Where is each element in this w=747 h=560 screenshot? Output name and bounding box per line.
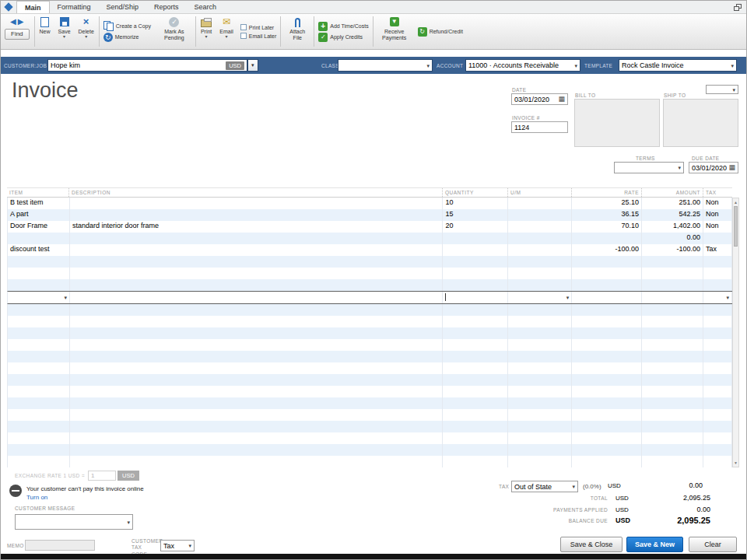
chevron-down-icon[interactable]: ▾ — [226, 35, 228, 39]
checkbox-icon[interactable] — [240, 24, 247, 30]
calendar-icon[interactable]: ▦ — [558, 96, 565, 103]
memo-field[interactable] — [25, 540, 95, 551]
exchange-rate-input[interactable]: 1 — [88, 471, 116, 481]
customer-job-field[interactable]: Hope kim USD — [47, 59, 247, 72]
save-new-button[interactable]: Save & New — [626, 537, 683, 552]
table-row[interactable] — [7, 316, 732, 327]
turn-on-link[interactable]: Turn on — [26, 494, 47, 501]
table-row[interactable] — [7, 432, 732, 444]
column-header-quantity[interactable]: QUANTITY — [443, 188, 508, 197]
scroll-up-icon[interactable]: ▲ — [733, 198, 738, 206]
class-dropdown[interactable]: ▾ — [338, 59, 433, 72]
table-scrollbar[interactable]: ▲ ▼ — [732, 198, 739, 467]
table-row[interactable] — [7, 362, 732, 374]
customer-job-dropdown[interactable]: ▾ — [247, 59, 258, 72]
save-button[interactable]: Save ▾ — [54, 14, 75, 49]
tax-cell-editor[interactable]: ▾ — [703, 292, 732, 303]
apply-credits-button[interactable]: ✓ Apply Credits — [318, 33, 368, 41]
account-dropdown[interactable]: 11000 · Accounts Receivable ▾ — [465, 59, 580, 72]
chevron-down-icon[interactable]: ▾ — [85, 35, 87, 39]
memorize-button[interactable]: ↻ Memorize — [103, 33, 151, 41]
table-row[interactable] — [7, 397, 732, 409]
add-time-icon: + — [318, 22, 328, 31]
table-row[interactable] — [7, 386, 732, 397]
email-button[interactable]: ✉ Email ▾ — [216, 14, 237, 49]
chevron-down-icon[interactable]: ▾ — [727, 295, 730, 300]
find-label[interactable]: Find — [5, 29, 30, 40]
column-header-item[interactable]: ITEM — [7, 188, 69, 197]
tab-search[interactable]: Search — [187, 1, 225, 13]
save-close-button[interactable]: Save & Close — [560, 537, 622, 552]
date-field[interactable]: 03/01/2020 ▦ — [511, 93, 568, 105]
bill-to-box[interactable] — [574, 99, 660, 147]
add-time-costs-button[interactable]: + Add Time/Costs — [318, 22, 368, 30]
quantity-cell-editor[interactable] — [443, 292, 508, 303]
print-button[interactable]: Print ▾ — [197, 14, 216, 49]
receive-payments-button[interactable]: ▼ Receive Payments — [374, 14, 415, 49]
column-header-description[interactable]: DESCRIPTION — [69, 188, 443, 197]
table-row[interactable] — [7, 374, 732, 386]
delete-button[interactable]: × Delete ▾ — [75, 14, 98, 49]
clear-button[interactable]: Clear — [689, 537, 737, 552]
tab-send-ship[interactable]: Send/Ship — [99, 1, 147, 13]
table-row[interactable] — [7, 339, 732, 351]
attach-file-button[interactable]: Attach File — [282, 14, 313, 49]
ship-to-box[interactable] — [663, 99, 738, 147]
back-arrow-icon[interactable]: ◀ — [10, 18, 16, 26]
chevron-down-icon[interactable]: ▾ — [64, 295, 67, 300]
tab-formatting[interactable]: Formatting — [50, 1, 99, 13]
um-cell-editor[interactable]: ▾ — [508, 292, 572, 303]
table-row[interactable] — [7, 279, 732, 291]
terms-dropdown[interactable]: ▾ — [614, 162, 684, 173]
table-row[interactable]: discount test -100.00-100.00 Tax — [7, 244, 732, 256]
column-header-tax[interactable]: TAX — [703, 188, 732, 197]
item-cell-editor[interactable]: ▾ — [8, 292, 70, 303]
column-header-um[interactable]: U/M — [508, 188, 572, 197]
create-copy-button[interactable]: Create a Copy — [103, 22, 151, 30]
email-later-checkbox[interactable]: Email Later — [240, 33, 276, 39]
table-row[interactable]: 0.00 — [7, 233, 732, 244]
table-row[interactable] — [7, 444, 732, 456]
restore-icon[interactable] — [734, 4, 742, 11]
online-payment-blocked-icon — [9, 485, 22, 497]
new-button[interactable]: New — [36, 14, 54, 49]
chevron-down-icon[interactable]: ▾ — [205, 35, 208, 39]
ship-to-selector[interactable]: ▾ — [706, 85, 738, 94]
table-row[interactable]: Door Framestandard interior door frame 2… — [7, 221, 732, 233]
tax-dropdown[interactable]: Out of State ▾ — [511, 481, 578, 492]
refund-credit-button[interactable]: ↻ Refund/Credit — [418, 27, 463, 36]
table-row[interactable] — [7, 421, 732, 432]
checkbox-icon[interactable] — [240, 33, 247, 39]
due-date-field[interactable]: 03/01/2020 ▦ — [689, 162, 738, 173]
calendar-icon[interactable]: ▦ — [728, 164, 735, 171]
table-row[interactable] — [7, 327, 732, 339]
table-row[interactable]: A part 15 36.15542.25 Non — [7, 209, 732, 221]
print-later-checkbox[interactable]: Print Later — [240, 24, 276, 30]
column-header-amount[interactable]: AMOUNT — [642, 188, 703, 197]
table-row[interactable] — [7, 256, 732, 268]
chevron-down-icon[interactable]: ▾ — [566, 295, 570, 300]
find-button[interactable]: ◀ ▶ Find — [1, 14, 33, 49]
customer-message-dropdown[interactable]: ▾ — [15, 514, 133, 530]
table-row[interactable]: B test item 10 25.10251.00 Non — [7, 198, 732, 209]
scroll-down-icon[interactable]: ▼ — [733, 459, 738, 467]
table-row[interactable] — [7, 409, 732, 421]
description-cell-editor[interactable] — [70, 292, 443, 303]
mark-as-pending-button[interactable]: ✓ Mark As Pending — [154, 14, 195, 49]
table-row-active[interactable]: ▾ ▾ ▾ — [7, 291, 732, 304]
table-row[interactable] — [7, 456, 732, 467]
tab-reports[interactable]: Reports — [146, 1, 187, 13]
invoice-number-field[interactable]: 1124 — [511, 121, 568, 133]
tax-code-dropdown[interactable]: Tax ▾ — [160, 540, 195, 551]
rate-cell-editor[interactable] — [572, 292, 642, 303]
table-row[interactable] — [7, 304, 732, 316]
template-dropdown[interactable]: Rock Castle Invoice ▾ — [619, 59, 737, 72]
amount-cell-editor[interactable] — [642, 292, 703, 303]
chevron-down-icon[interactable]: ▾ — [63, 35, 65, 39]
column-header-rate[interactable]: RATE — [572, 188, 642, 197]
forward-arrow-icon[interactable]: ▶ — [18, 18, 24, 26]
tab-main[interactable]: Main — [16, 1, 50, 13]
table-row[interactable] — [7, 351, 732, 362]
table-row[interactable] — [7, 268, 732, 279]
scrollbar-thumb[interactable] — [734, 206, 738, 247]
